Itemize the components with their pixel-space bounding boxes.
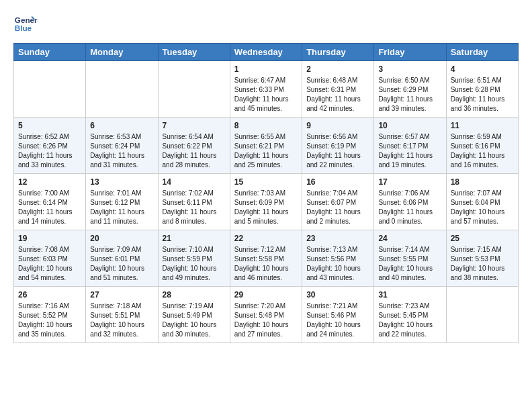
calendar-cell: 5 Sunrise: 6:52 AMSunset: 6:26 PMDayligh…	[14, 118, 86, 174]
day-number: 31	[378, 290, 441, 300]
calendar-cell: 24 Sunrise: 7:14 AMSunset: 5:55 PMDaylig…	[374, 230, 446, 287]
week-row-4: 19 Sunrise: 7:08 AMSunset: 6:03 PMDaylig…	[14, 230, 519, 287]
day-number: 12	[18, 177, 81, 187]
page: General Blue SundayMondayTuesdayWednesda…	[0, 0, 532, 357]
weekday-header-monday: Monday	[86, 44, 158, 61]
calendar-cell: 2 Sunrise: 6:48 AMSunset: 6:31 PMDayligh…	[302, 61, 374, 118]
day-info: Sunrise: 7:19 AMSunset: 5:49 PMDaylight:…	[163, 302, 217, 338]
day-number: 14	[163, 177, 226, 187]
day-info: Sunrise: 6:48 AMSunset: 6:31 PMDaylight:…	[306, 77, 361, 112]
day-number: 23	[306, 234, 369, 243]
day-info: Sunrise: 7:00 AMSunset: 6:14 PMDaylight:…	[18, 189, 73, 225]
day-info: Sunrise: 7:07 AMSunset: 6:04 PMDaylight:…	[451, 189, 505, 225]
day-info: Sunrise: 6:51 AMSunset: 6:28 PMDaylight:…	[451, 77, 505, 112]
day-info: Sunrise: 7:06 AMSunset: 6:06 PMDaylight:…	[378, 189, 433, 225]
day-number: 18	[451, 177, 514, 187]
calendar-cell: 31 Sunrise: 7:23 AMSunset: 5:45 PMDaylig…	[374, 287, 446, 343]
calendar-cell: 27 Sunrise: 7:18 AMSunset: 5:51 PMDaylig…	[86, 287, 158, 343]
day-info: Sunrise: 7:16 AMSunset: 5:52 PMDaylight:…	[18, 302, 73, 338]
calendar-cell: 3 Sunrise: 6:50 AMSunset: 6:29 PMDayligh…	[374, 61, 446, 118]
day-number: 11	[451, 121, 514, 130]
weekday-header-wednesday: Wednesday	[230, 44, 302, 61]
day-number: 10	[378, 121, 441, 130]
calendar-cell: 21 Sunrise: 7:10 AMSunset: 5:59 PMDaylig…	[158, 230, 230, 287]
svg-text:Blue: Blue	[15, 24, 32, 32]
day-info: Sunrise: 6:52 AMSunset: 6:26 PMDaylight:…	[18, 133, 73, 169]
day-number: 17	[378, 177, 441, 187]
calendar-cell: 18 Sunrise: 7:07 AMSunset: 6:04 PMDaylig…	[446, 174, 518, 230]
day-number: 19	[18, 234, 81, 243]
day-number: 30	[306, 290, 369, 300]
weekday-header-saturday: Saturday	[446, 44, 518, 61]
day-info: Sunrise: 7:20 AMSunset: 5:48 PMDaylight:…	[234, 302, 289, 338]
calendar-cell	[158, 61, 230, 118]
day-number: 5	[18, 121, 81, 130]
day-number: 6	[90, 121, 153, 130]
weekday-header-row: SundayMondayTuesdayWednesdayThursdayFrid…	[14, 44, 519, 61]
weekday-header-sunday: Sunday	[14, 44, 86, 61]
day-info: Sunrise: 7:21 AMSunset: 5:46 PMDaylight:…	[306, 302, 361, 338]
day-info: Sunrise: 6:55 AMSunset: 6:21 PMDaylight:…	[234, 133, 289, 169]
calendar-cell: 19 Sunrise: 7:08 AMSunset: 6:03 PMDaylig…	[14, 230, 86, 287]
weekday-header-tuesday: Tuesday	[158, 44, 230, 61]
day-number: 24	[378, 234, 441, 243]
day-info: Sunrise: 7:04 AMSunset: 6:07 PMDaylight:…	[306, 189, 361, 225]
day-info: Sunrise: 7:09 AMSunset: 6:01 PMDaylight:…	[90, 246, 144, 281]
calendar-cell: 22 Sunrise: 7:12 AMSunset: 5:58 PMDaylig…	[230, 230, 302, 287]
calendar-cell: 17 Sunrise: 7:06 AMSunset: 6:06 PMDaylig…	[374, 174, 446, 230]
calendar-cell: 13 Sunrise: 7:01 AMSunset: 6:12 PMDaylig…	[86, 174, 158, 230]
day-info: Sunrise: 7:01 AMSunset: 6:12 PMDaylight:…	[90, 189, 144, 225]
day-number: 28	[163, 290, 226, 300]
day-info: Sunrise: 7:10 AMSunset: 5:59 PMDaylight:…	[163, 246, 217, 281]
calendar-cell: 8 Sunrise: 6:55 AMSunset: 6:21 PMDayligh…	[230, 118, 302, 174]
calendar-cell: 1 Sunrise: 6:47 AMSunset: 6:33 PMDayligh…	[230, 61, 302, 118]
day-number: 22	[234, 234, 298, 243]
header: General Blue	[13, 11, 519, 35]
day-number: 15	[234, 177, 298, 187]
day-info: Sunrise: 6:50 AMSunset: 6:29 PMDaylight:…	[378, 77, 433, 112]
calendar-cell: 6 Sunrise: 6:53 AMSunset: 6:24 PMDayligh…	[86, 118, 158, 174]
day-number: 27	[90, 290, 153, 300]
day-info: Sunrise: 6:57 AMSunset: 6:17 PMDaylight:…	[378, 133, 433, 169]
calendar-cell: 14 Sunrise: 7:02 AMSunset: 6:11 PMDaylig…	[158, 174, 230, 230]
day-info: Sunrise: 7:14 AMSunset: 5:55 PMDaylight:…	[378, 246, 433, 281]
day-number: 26	[18, 290, 81, 300]
calendar-cell: 29 Sunrise: 7:20 AMSunset: 5:48 PMDaylig…	[230, 287, 302, 343]
day-number: 2	[306, 64, 369, 74]
calendar-cell: 30 Sunrise: 7:21 AMSunset: 5:46 PMDaylig…	[302, 287, 374, 343]
week-row-5: 26 Sunrise: 7:16 AMSunset: 5:52 PMDaylig…	[14, 287, 519, 343]
day-info: Sunrise: 7:15 AMSunset: 5:53 PMDaylight:…	[451, 246, 505, 281]
logo: General Blue	[13, 11, 38, 35]
calendar: SundayMondayTuesdayWednesdayThursdayFrid…	[13, 43, 519, 343]
day-number: 13	[90, 177, 153, 187]
calendar-cell: 7 Sunrise: 6:54 AMSunset: 6:22 PMDayligh…	[158, 118, 230, 174]
day-number: 21	[163, 234, 226, 243]
day-number: 4	[451, 64, 514, 74]
day-info: Sunrise: 7:02 AMSunset: 6:11 PMDaylight:…	[163, 189, 217, 225]
weekday-header-friday: Friday	[374, 44, 446, 61]
calendar-cell: 11 Sunrise: 6:59 AMSunset: 6:16 PMDaylig…	[446, 118, 518, 174]
day-info: Sunrise: 7:03 AMSunset: 6:09 PMDaylight:…	[234, 189, 289, 225]
day-number: 20	[90, 234, 153, 243]
week-row-1: 1 Sunrise: 6:47 AMSunset: 6:33 PMDayligh…	[14, 61, 519, 118]
calendar-cell: 25 Sunrise: 7:15 AMSunset: 5:53 PMDaylig…	[446, 230, 518, 287]
day-info: Sunrise: 6:47 AMSunset: 6:33 PMDaylight:…	[234, 77, 289, 112]
day-number: 25	[451, 234, 514, 243]
calendar-cell	[14, 61, 86, 118]
calendar-cell: 28 Sunrise: 7:19 AMSunset: 5:49 PMDaylig…	[158, 287, 230, 343]
calendar-cell: 23 Sunrise: 7:13 AMSunset: 5:56 PMDaylig…	[302, 230, 374, 287]
day-number: 16	[306, 177, 369, 187]
calendar-cell: 10 Sunrise: 6:57 AMSunset: 6:17 PMDaylig…	[374, 118, 446, 174]
calendar-cell: 26 Sunrise: 7:16 AMSunset: 5:52 PMDaylig…	[14, 287, 86, 343]
day-number: 9	[306, 121, 369, 130]
day-number: 29	[234, 290, 298, 300]
calendar-cell: 4 Sunrise: 6:51 AMSunset: 6:28 PMDayligh…	[446, 61, 518, 118]
calendar-cell	[86, 61, 158, 118]
day-info: Sunrise: 7:18 AMSunset: 5:51 PMDaylight:…	[90, 302, 144, 338]
week-row-2: 5 Sunrise: 6:52 AMSunset: 6:26 PMDayligh…	[14, 118, 519, 174]
logo-icon: General Blue	[13, 11, 38, 35]
day-info: Sunrise: 7:13 AMSunset: 5:56 PMDaylight:…	[306, 246, 361, 281]
calendar-cell: 20 Sunrise: 7:09 AMSunset: 6:01 PMDaylig…	[86, 230, 158, 287]
day-info: Sunrise: 6:59 AMSunset: 6:16 PMDaylight:…	[451, 133, 505, 169]
day-info: Sunrise: 6:53 AMSunset: 6:24 PMDaylight:…	[90, 133, 144, 169]
